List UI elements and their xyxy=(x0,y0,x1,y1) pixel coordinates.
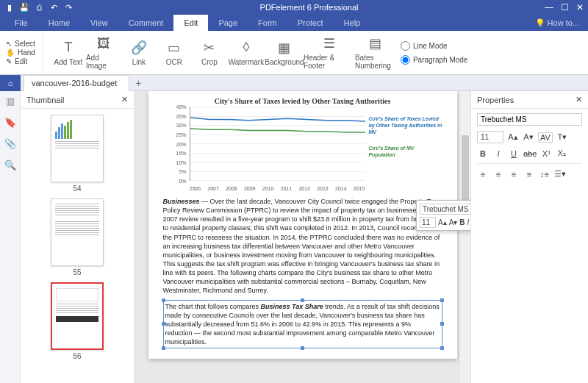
image-icon: 🖼 xyxy=(96,35,112,51)
tab-protect[interactable]: Protect xyxy=(287,15,334,31)
app-icon: ▮ xyxy=(4,3,15,12)
properties-title: Properties xyxy=(477,96,514,104)
bold-icon[interactable]: B xyxy=(459,218,465,226)
tab-page[interactable]: Page xyxy=(208,15,248,31)
background-icon: ▦ xyxy=(276,40,293,56)
chart-title: City's Share of Taxes levied by Other Ta… xyxy=(163,97,442,105)
maximize-button[interactable]: ☐ xyxy=(561,2,569,12)
crop-icon: ✂ xyxy=(201,40,218,56)
prop-font-select[interactable]: Trebuchet MS xyxy=(477,113,582,126)
text-icon: T xyxy=(60,40,76,56)
text-color-icon[interactable]: T▾ xyxy=(556,132,568,142)
line-spacing-button[interactable]: ↕≡ xyxy=(539,170,551,179)
float-font-size[interactable]: 11 xyxy=(420,217,436,228)
close-button[interactable]: ✕ xyxy=(576,2,584,12)
add-text-button[interactable]: TAdd Text xyxy=(51,34,86,71)
paragraph-mode-radio[interactable]: Paragraph Mode xyxy=(401,55,468,65)
search-icon[interactable]: 🔍 xyxy=(4,160,16,171)
properties-panel: Properties✕ Trebuchet MS 11 A▴ A▾ AV T▾ … xyxy=(470,91,588,383)
chart-legend-1: CoV's Share of Taxes Levied by Other Tax… xyxy=(369,115,442,135)
tab-view[interactable]: View xyxy=(80,15,118,31)
left-icon-rail: ▥ 🔖 📎 🔍 xyxy=(0,91,21,383)
edit-mode-group: Line Mode Paragraph Mode xyxy=(401,34,476,71)
ribbon-select-group: ↖ Select ✋ Hand ✎ Edit xyxy=(6,34,43,71)
hand-tool[interactable]: ✋ Hand xyxy=(6,49,35,57)
properties-close[interactable]: ✕ xyxy=(576,95,582,104)
selected-text-box[interactable]: The chart that follows compares Business… xyxy=(163,300,442,349)
align-center-button[interactable]: ≡ xyxy=(492,170,504,179)
thumbnail-page[interactable]: 55 xyxy=(51,198,104,276)
grow-font-icon[interactable]: A▴ xyxy=(507,132,519,142)
home-button[interactable]: ⌂ xyxy=(0,75,21,91)
edit-tool[interactable]: ✎ Edit xyxy=(6,57,27,65)
save-icon[interactable]: 💾 xyxy=(19,3,29,12)
page-content: City's Share of Taxes levied by Other Ta… xyxy=(148,91,457,359)
body-paragraph-2[interactable]: The chart that follows compares Business… xyxy=(165,302,440,347)
tab-edit[interactable]: Edit xyxy=(173,15,208,31)
watermark-icon: ◊ xyxy=(238,40,254,56)
window-title: PDFelement 6 Professional xyxy=(74,3,545,12)
title-bar: ▮ 💾 ⎙ ↶ ↷ PDFelement 6 Professional — ☐ … xyxy=(0,0,588,15)
thumbnail-panel-title: Thumbnail xyxy=(26,96,64,104)
body-paragraph-1[interactable]: Businesses — Over the last decade, Vanco… xyxy=(163,197,442,296)
superscript-button[interactable]: X¹ xyxy=(540,149,552,158)
thumbnail-panel: Thumbnail✕ 54 55 56 xyxy=(21,91,135,383)
bookmarks-icon[interactable]: 🔖 xyxy=(4,117,16,128)
crop-button[interactable]: ✂Crop xyxy=(192,34,227,71)
thumbnail-panel-close[interactable]: ✕ xyxy=(121,95,128,104)
background-button[interactable]: ▦Background xyxy=(265,34,304,71)
minimize-button[interactable]: — xyxy=(545,2,553,12)
header-footer-icon: ☰ xyxy=(321,35,337,51)
shrink-font-icon[interactable]: A▾ xyxy=(523,132,534,142)
ocr-button[interactable]: ▭OCR xyxy=(157,34,192,71)
underline-button[interactable]: U xyxy=(508,149,520,158)
line-mode-radio[interactable]: Line Mode xyxy=(401,41,448,51)
tab-file[interactable]: File xyxy=(4,15,38,31)
italic-icon[interactable]: I xyxy=(467,218,470,226)
char-spacing-icon[interactable]: AV xyxy=(538,132,553,143)
watermark-button[interactable]: ◊Watermark xyxy=(227,34,265,71)
document-tab[interactable]: vancouver-2016-budget xyxy=(24,75,129,91)
quick-access-toolbar: ▮ 💾 ⎙ ↶ ↷ xyxy=(4,3,74,12)
vertical-scrollbar[interactable] xyxy=(460,91,470,383)
italic-button[interactable]: I xyxy=(492,149,504,158)
list-button[interactable]: ☰▾ xyxy=(554,169,566,179)
align-justify-button[interactable]: ≡ xyxy=(523,170,535,179)
thumbnails-icon[interactable]: ▥ xyxy=(6,96,15,107)
document-area: City's Share of Taxes levied by Other Ta… xyxy=(135,91,470,383)
shrink-font-icon[interactable]: A▾ xyxy=(449,218,458,226)
align-right-button[interactable]: ≡ xyxy=(508,170,520,179)
header-footer-button[interactable]: ☰Header & Footer xyxy=(304,34,355,71)
add-tab-button[interactable]: + xyxy=(129,77,147,89)
document-tab-bar: ⌂ vancouver-2016-budget + xyxy=(0,75,588,91)
subscript-button[interactable]: X₁ xyxy=(556,148,567,158)
ribbon: ↖ Select ✋ Hand ✎ Edit TAdd Text 🖼Add Im… xyxy=(0,31,588,75)
howto-search[interactable]: 💡 How to... xyxy=(535,18,579,28)
grow-font-icon[interactable]: A▴ xyxy=(438,218,447,226)
floating-text-toolbar: Trebuchet MS▾ 11 A▴ A▾ B I X¹ X₁ A xyxy=(416,200,470,231)
tab-help[interactable]: Help xyxy=(334,15,371,31)
thumbnail-page-selected[interactable]: 56 xyxy=(51,282,104,360)
strike-button[interactable]: abe xyxy=(523,149,537,158)
print-icon[interactable]: ⎙ xyxy=(34,3,44,12)
link-icon: 🔗 xyxy=(131,40,147,56)
bold-button[interactable]: B xyxy=(477,149,489,158)
prop-font-size[interactable]: 11 xyxy=(477,131,503,143)
tab-comment[interactable]: Comment xyxy=(118,15,174,31)
menu-bar: File Home View Comment Edit Page Form Pr… xyxy=(0,15,588,31)
tab-home[interactable]: Home xyxy=(38,15,80,31)
link-button[interactable]: 🔗Link xyxy=(121,34,157,71)
attachments-icon[interactable]: 📎 xyxy=(4,138,16,149)
bates-button[interactable]: ▤Bates Numbering xyxy=(355,34,396,71)
tab-form[interactable]: Form xyxy=(248,15,287,31)
add-image-button[interactable]: 🖼Add Image xyxy=(86,34,121,71)
bates-icon: ▤ xyxy=(368,35,384,51)
select-tool[interactable]: ↖ Select xyxy=(6,40,35,48)
undo-icon[interactable]: ↶ xyxy=(49,3,59,12)
chart: 0%5%10%15%20%25%30%35%40% 20062007200820… xyxy=(163,107,442,191)
chart-legend-2: CoV's Share of MV Population xyxy=(369,145,442,158)
align-left-button[interactable]: ≡ xyxy=(477,170,489,179)
float-font-select[interactable]: Trebuchet MS xyxy=(420,204,470,215)
redo-icon[interactable]: ↷ xyxy=(63,3,74,12)
thumbnail-page[interactable]: 54 xyxy=(51,115,104,193)
